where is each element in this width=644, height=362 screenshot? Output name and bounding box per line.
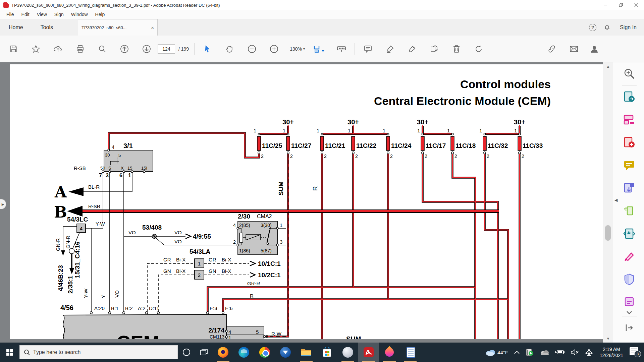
email-button[interactable] xyxy=(563,41,585,57)
wire-gn-left: GN xyxy=(163,268,171,274)
expand-pane-icon[interactable] xyxy=(623,321,636,335)
close-button[interactable] xyxy=(629,0,644,10)
task-view-button[interactable] xyxy=(195,343,213,362)
taskbar-app-file-explorer[interactable] xyxy=(296,343,317,362)
start-button[interactable] xyxy=(0,343,19,362)
scroll-up-arrow[interactable]: ▲ xyxy=(603,63,613,70)
save-button[interactable] xyxy=(3,41,25,57)
scroll-down-arrow[interactable]: ▼ xyxy=(603,335,613,342)
taskbar-app-edge[interactable] xyxy=(233,343,254,362)
avatar-icon[interactable] xyxy=(585,41,604,57)
combine-files-icon[interactable] xyxy=(623,181,636,195)
highlight-tool-button[interactable] xyxy=(379,41,401,57)
comment-tool-button[interactable] xyxy=(357,41,379,57)
compress-pdf-icon[interactable] xyxy=(623,227,636,240)
tab-close-icon[interactable]: × xyxy=(151,25,154,31)
taskbar-search[interactable] xyxy=(19,345,178,359)
taskbar-app-chrome[interactable] xyxy=(254,343,275,362)
zoom-level-value[interactable]: 130% xyxy=(290,46,302,52)
tray-media-player[interactable] xyxy=(523,343,537,362)
previous-page-button[interactable] xyxy=(113,41,136,57)
zoom-out-button[interactable] xyxy=(241,41,263,57)
restore-button[interactable] xyxy=(613,0,629,10)
menu-sign[interactable]: Sign xyxy=(51,10,67,19)
fuse-pin2 xyxy=(258,152,260,154)
menu-view[interactable]: View xyxy=(33,10,51,19)
minimize-button[interactable] xyxy=(598,0,613,10)
system-tray: 44°F 2:19 AM 12/28/2021 3 xyxy=(482,343,644,362)
print-button[interactable] xyxy=(69,41,91,57)
stamp-tool-button[interactable] xyxy=(423,41,445,57)
favorites-star-button[interactable] xyxy=(25,41,47,57)
tray-airplane-mode[interactable] xyxy=(582,343,596,362)
relay-2-30-p2: 2 xyxy=(233,239,236,245)
share-cloud-button[interactable] xyxy=(47,41,69,57)
select-tool-button[interactable] xyxy=(197,41,219,57)
fit-width-button[interactable] xyxy=(307,41,330,57)
cortana-button[interactable] xyxy=(178,343,195,362)
menu-help[interactable]: Help xyxy=(92,10,109,19)
zoom-in-button[interactable] xyxy=(263,41,285,57)
taskbar-app-acrobat[interactable] xyxy=(358,343,379,362)
taskbar-app-droplet[interactable] xyxy=(379,343,400,362)
bus-pin xyxy=(422,133,424,135)
chrome-icon xyxy=(259,347,270,358)
tab-tools[interactable]: Tools xyxy=(32,19,62,36)
notification-bell-icon[interactable] xyxy=(604,24,610,31)
fuse-name: 11C/21 xyxy=(325,142,345,149)
tray-overflow-chevron[interactable] xyxy=(511,343,523,362)
menu-edit[interactable]: Edit xyxy=(18,10,33,19)
tray-onedrive[interactable] xyxy=(537,343,552,362)
weather-widget[interactable]: 44°F xyxy=(482,343,511,362)
fuse-pin2-label: 2 xyxy=(355,154,358,159)
rotate-pages-button[interactable] xyxy=(468,41,490,57)
find-button[interactable] xyxy=(91,41,113,57)
export-pdf-icon[interactable] xyxy=(623,90,636,104)
protect-pdf-icon[interactable] xyxy=(623,273,636,286)
marquee-zoom-icon[interactable] xyxy=(623,67,636,80)
organize-pages-icon[interactable] xyxy=(623,204,636,218)
taskbar-clock[interactable]: 2:19 AM 12/28/2021 xyxy=(596,346,627,358)
search-input[interactable] xyxy=(33,349,161,355)
link-share-button[interactable] xyxy=(541,41,563,57)
page-display-settings-button[interactable] xyxy=(330,41,353,57)
fuse-pin2 xyxy=(387,152,389,154)
taskbar-app-sphere[interactable] xyxy=(337,343,358,362)
menu-window[interactable]: Window xyxy=(67,10,92,19)
bus-pin xyxy=(287,133,289,135)
tray-volume-muted[interactable] xyxy=(568,343,582,362)
taskbar-app-ms-store[interactable] xyxy=(317,343,337,362)
tray-battery[interactable] xyxy=(552,343,568,362)
taskbar-app-libreoffice[interactable] xyxy=(400,343,421,362)
dest-10-2c-1: 10/2C:1 xyxy=(258,272,281,279)
page-number-input[interactable] xyxy=(158,44,175,54)
action-center-button[interactable]: 3 xyxy=(627,343,644,362)
sign-pen-button[interactable] xyxy=(401,41,423,57)
menu-file[interactable]: File xyxy=(3,10,18,19)
fuse-pin1-label: 1 xyxy=(383,128,385,133)
taskbar-app-firefox[interactable] xyxy=(213,343,233,362)
fuse-pin2 xyxy=(287,152,289,154)
fill-sign-icon[interactable] xyxy=(623,250,636,263)
zoom-dropdown-caret[interactable]: ▾ xyxy=(303,47,305,51)
fuse-pin2-label: 2 xyxy=(487,154,489,159)
left-panel-toggle[interactable]: ▶ xyxy=(0,199,6,209)
tab-document[interactable]: TP3970202_s60_s60... × xyxy=(78,19,158,36)
wire-gnr-2: GN-R xyxy=(65,236,71,248)
tools-pane-collapse-icon[interactable]: ◀ xyxy=(614,198,618,202)
comment-panel-icon[interactable] xyxy=(623,159,636,172)
wire-vo-vert: VO xyxy=(114,290,120,298)
create-pdf-icon[interactable] xyxy=(623,136,636,149)
tab-home[interactable]: Home xyxy=(0,19,32,36)
hand-tool-button[interactable] xyxy=(219,41,241,57)
scrollbar-thumb[interactable] xyxy=(605,225,611,241)
edit-pdf-icon[interactable] xyxy=(623,113,636,126)
sign-in-button[interactable]: Sign In xyxy=(618,24,637,31)
vertical-scrollbar[interactable]: ▲ ▼ xyxy=(603,62,613,343)
more-tools-icon[interactable] xyxy=(623,295,636,309)
taskbar-app-thunderbird[interactable] xyxy=(275,343,296,362)
more-tools-chevron-icon[interactable] xyxy=(623,310,636,315)
help-icon[interactable]: ? xyxy=(589,24,596,31)
next-page-button[interactable] xyxy=(136,41,158,57)
delete-pages-button[interactable] xyxy=(445,41,468,57)
